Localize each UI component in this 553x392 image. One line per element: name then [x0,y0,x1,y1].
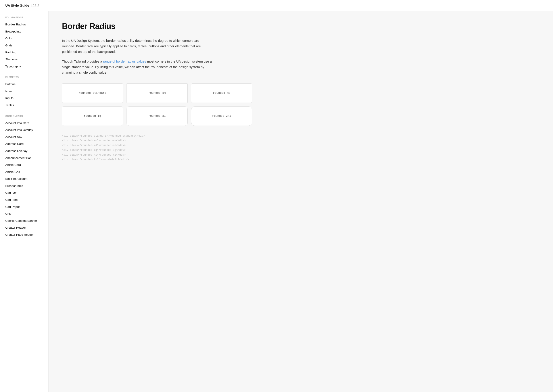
sidebar-item-inputs[interactable]: Inputs [0,95,49,102]
code-line: <div class="rounded-md">rounded-md</div> [62,143,252,148]
sidebar-item-color[interactable]: Color [0,35,49,42]
sidebar-section-foundations: FOUNDATIONS Border RadiusBreakpointsColo… [0,16,49,70]
sidebar-item-article-grid[interactable]: Article Grid [0,168,49,175]
foundations-items-list: Border RadiusBreakpointsColorGridsPaddin… [0,21,49,70]
sidebar-item-cart-popup[interactable]: Cart Popup [0,203,49,210]
sidebar-item-account-info-card[interactable]: Account Info Card [0,120,49,127]
radius-grid: rounded-standardrounded-smrounded-mdroun… [62,83,252,126]
page-description-2: Though Tailwind provides a range of bord… [62,59,212,75]
components-items-list: Account Info CardAccount Info OverlayAcc… [0,120,49,238]
sidebar-item-creator-page-header[interactable]: Creator Page Header [0,231,49,238]
sidebar-item-typography[interactable]: Typography [0,63,49,70]
page-description-1: In the UA Design System, the border radi… [62,38,212,54]
sidebar-item-article-card[interactable]: Article Card [0,161,49,168]
sidebar-item-cookie-consent-banner[interactable]: Cookie Consent Banner [0,217,49,224]
radius-card-rounded-lg: rounded-lg [62,106,123,126]
components-label: COMPONENTS [0,115,49,117]
sidebar-item-cart-icon[interactable]: Cart Icon [0,189,49,196]
sidebar-item-icons[interactable]: Icons [0,88,49,95]
radius-card-rounded-md: rounded-md [191,83,252,103]
desc2-before: Though Tailwind provides a [62,59,103,63]
sidebar-item-announcement-bar[interactable]: Announcement Bar [0,154,49,162]
foundations-label: FOUNDATIONS [0,16,49,19]
sidebar-item-buttons[interactable]: Buttons [0,81,49,88]
desc2-link[interactable]: range of border radius values [103,59,146,63]
elements-items-list: ButtonsIconsInputsTables [0,81,49,109]
code-line: <div class="rounded-standard">rounded-st… [62,134,252,139]
radius-card-rounded-standard: rounded-standard [62,83,123,103]
main-layout: FOUNDATIONS Border RadiusBreakpointsColo… [0,11,553,392]
sidebar-section-elements: ELEMENTS ButtonsIconsInputsTables [0,76,49,109]
sidebar-item-cart-item[interactable]: Cart Item [0,196,49,203]
sidebar-item-creator-header[interactable]: Creator Header [0,224,49,231]
sidebar-item-breadcrumbs[interactable]: Breadcrumbs [0,182,49,189]
sidebar: FOUNDATIONS Border RadiusBreakpointsColo… [0,11,49,392]
sidebar-item-account-info-overlay[interactable]: Account Info Overlay [0,126,49,133]
sidebar-item-address-card[interactable]: Address Card [0,140,49,147]
app-title: UA Style Guide [5,4,29,7]
code-line: <div class="rounded-lg">rounded-lg</div> [62,148,252,153]
sidebar-item-chip[interactable]: Chip [0,210,49,217]
content-area: Border Radius In the UA Design System, t… [49,11,553,392]
app-version: 1.0.913 [30,4,39,7]
radius-card-rounded-2xl: rounded-2xl [191,106,252,126]
sidebar-item-account-nav[interactable]: Account Nav [0,133,49,141]
code-line: <div class="rounded-xl">rounded-xl</div> [62,153,252,158]
code-line: <div class="rounded-2xl">rounded-2xl</di… [62,157,252,162]
sidebar-section-components: COMPONENTS Account Info CardAccount Info… [0,115,49,238]
sidebar-item-tables[interactable]: Tables [0,102,49,109]
elements-label: ELEMENTS [0,76,49,78]
code-block: <div class="rounded-standard">rounded-st… [62,134,252,162]
sidebar-item-breakpoints[interactable]: Breakpoints [0,28,49,35]
sidebar-item-shadows[interactable]: Shadows [0,56,49,63]
code-line: <div class="rounded-sm">rounded-sm</div> [62,138,252,143]
page-title: Border Radius [62,22,540,31]
radius-card-rounded-sm: rounded-sm [127,83,188,103]
app-container: UA Style Guide 1.0.913 FOUNDATIONS Borde… [0,0,553,392]
sidebar-item-border-radius[interactable]: Border Radius [0,21,49,28]
sidebar-item-padding[interactable]: Padding [0,49,49,56]
top-bar: UA Style Guide 1.0.913 [0,0,553,11]
sidebar-item-address-overlay[interactable]: Address Overlay [0,147,49,154]
sidebar-item-back-to-account[interactable]: Back To Account [0,175,49,182]
radius-card-rounded-xl: rounded-xl [127,106,188,126]
sidebar-item-grids[interactable]: Grids [0,42,49,49]
